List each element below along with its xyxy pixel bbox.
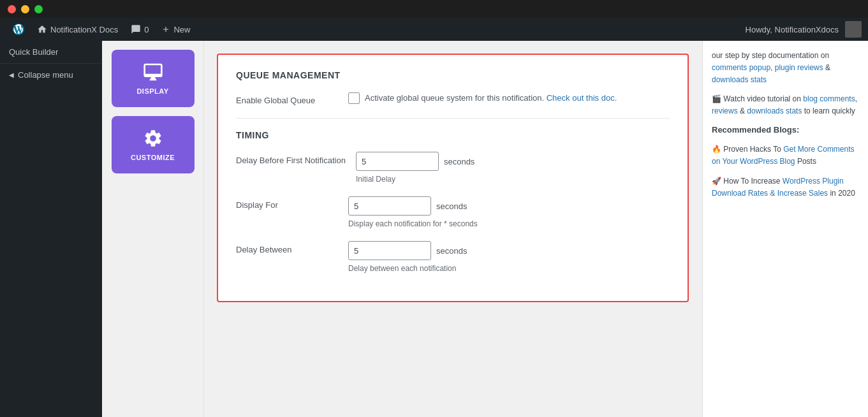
section-divider-1 xyxy=(236,118,670,119)
delay-between-control: seconds Delay between each notification xyxy=(348,241,467,273)
quick-builder-label: Quick Builder xyxy=(0,41,102,64)
comments-popup-link[interactable]: comments popup xyxy=(712,63,770,72)
delay-between-hint: Delay between each notification xyxy=(348,264,467,273)
blog2-emoji: 🚀 xyxy=(712,177,721,186)
display-for-control: seconds Display each notification for * … xyxy=(348,196,478,228)
delay-between-input[interactable] xyxy=(348,241,431,260)
maximize-button[interactable] xyxy=(34,5,43,13)
enable-global-queue-row: Enable Global Queue Activate global queu… xyxy=(236,92,670,105)
delay-before-first-row: Delay Before First Notification seconds … xyxy=(236,152,670,184)
wp-logo-item[interactable] xyxy=(6,18,31,41)
new-item[interactable]: New xyxy=(155,18,196,41)
delay-before-first-label: Delay Before First Notification xyxy=(236,152,346,165)
reviews-video-link[interactable]: reviews xyxy=(712,106,738,115)
display-for-hint: Display each notification for * seconds xyxy=(348,219,478,228)
timing-title: TIMING xyxy=(236,130,670,140)
blog1-emoji: 🔥 xyxy=(712,145,721,154)
collapse-menu-button[interactable]: ◀ Collapse menu xyxy=(0,64,102,86)
display-for-input[interactable] xyxy=(348,196,431,216)
right-panel-video: 🎬 Watch video tutorial on blog comments,… xyxy=(712,93,859,117)
delay-between-input-group: seconds xyxy=(348,241,467,260)
monitor-icon xyxy=(143,62,163,82)
minimize-button[interactable] xyxy=(21,5,29,13)
enable-global-queue-description: Activate global queue system for this no… xyxy=(365,92,617,105)
delay-before-first-hint: Initial Delay xyxy=(356,175,474,184)
delay-before-first-input-group: seconds xyxy=(356,152,474,171)
enable-global-queue-control: Activate global queue system for this no… xyxy=(348,92,617,105)
delay-between-row: Delay Between seconds Delay between each… xyxy=(236,241,670,273)
collapse-menu-label: Collapse menu xyxy=(18,70,73,80)
sidebar: Quick Builder ◀ Collapse menu xyxy=(0,41,102,417)
delay-between-unit: seconds xyxy=(436,246,467,256)
right-panel-intro: our step by step documentation on commen… xyxy=(712,50,859,87)
nav-display-label: DISPLAY xyxy=(136,87,168,95)
delay-before-first-control: seconds Initial Delay xyxy=(356,152,474,184)
blog-comments-video-link[interactable]: blog comments xyxy=(803,94,855,103)
user-avatar xyxy=(845,21,862,38)
content-box: QUEUE MANAGEMENT Enable Global Queue Act… xyxy=(217,54,689,302)
downloads-stats-video-link[interactable]: downloads stats xyxy=(747,106,802,115)
admin-bar: NotificationX Docs 0 New Howdy, Notifica… xyxy=(0,18,868,41)
display-for-row: Display For seconds Display each notific… xyxy=(236,196,670,228)
new-label: New xyxy=(173,25,190,34)
enable-global-queue-checkbox[interactable] xyxy=(348,92,360,104)
delay-before-first-input[interactable] xyxy=(356,152,439,171)
queue-management-title: QUEUE MANAGEMENT xyxy=(236,70,670,80)
admin-bar-right: Howdy, NotificationXdocs xyxy=(739,21,862,38)
right-panel: our step by step documentation on commen… xyxy=(702,41,868,417)
recommended-heading: Recommended Blogs: xyxy=(712,124,859,137)
delay-between-label: Delay Between xyxy=(236,241,338,254)
display-for-unit: seconds xyxy=(436,201,467,211)
blog-item-1: 🔥 Proven Hacks To Get More Comments on Y… xyxy=(712,143,859,168)
plugin-reviews-link[interactable]: plugin reviews xyxy=(775,63,823,72)
center-panel: QUEUE MANAGEMENT Enable Global Queue Act… xyxy=(204,41,702,417)
enable-global-queue-inline: Activate global queue system for this no… xyxy=(348,92,617,105)
site-name: NotificationX Docs xyxy=(50,25,118,34)
display-for-label: Display For xyxy=(236,196,338,210)
enable-global-queue-label: Enable Global Queue xyxy=(236,92,338,105)
comments-count: 0 xyxy=(144,25,149,34)
check-doc-link[interactable]: Check out this doc. xyxy=(547,93,617,103)
blog-item-2: 🚀 How To Increase WordPress Plugin Downl… xyxy=(712,175,859,200)
nav-customize-label: CUSTOMIZE xyxy=(131,154,175,161)
nav-item-display[interactable]: DISPLAY xyxy=(112,50,195,107)
howdy-text: Howdy, NotificationXdocs xyxy=(739,25,845,34)
downloads-stats-link[interactable]: downloads stats xyxy=(712,75,767,84)
nav-item-customize[interactable]: CUSTOMIZE xyxy=(112,116,195,173)
close-button[interactable] xyxy=(8,5,16,13)
left-icon-panel: DISPLAY CUSTOMIZE xyxy=(102,41,204,417)
collapse-arrow-icon: ◀ xyxy=(9,71,14,78)
delay-before-first-unit: seconds xyxy=(444,157,474,166)
site-home-item[interactable]: NotificationX Docs xyxy=(31,18,124,41)
display-for-input-group: seconds xyxy=(348,196,478,216)
gear-icon xyxy=(143,128,163,149)
main-content: DISPLAY CUSTOMIZE QUEUE MANAGEMENT Enabl… xyxy=(102,41,868,417)
window-chrome xyxy=(0,0,868,18)
app-layout: Quick Builder ◀ Collapse menu DISPLAY CU… xyxy=(0,41,868,417)
comments-item[interactable]: 0 xyxy=(124,18,155,41)
